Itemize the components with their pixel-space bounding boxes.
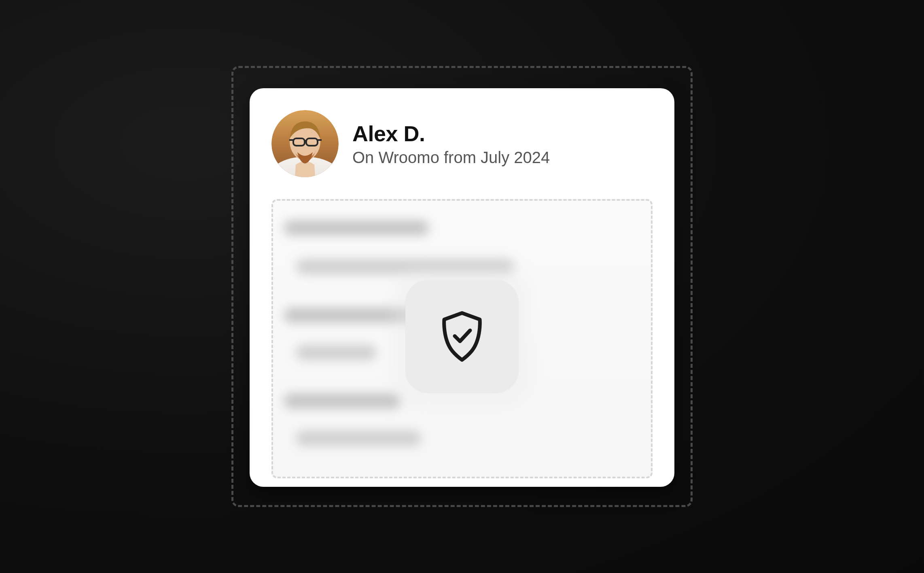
blurred-line	[296, 345, 377, 360]
blurred-line	[284, 220, 429, 236]
outer-dashed-frame: Alex D. On Wroomo from July 2024	[231, 66, 693, 507]
profile-text: Alex D. On Wroomo from July 2024	[352, 121, 550, 167]
profile-card: Alex D. On Wroomo from July 2024	[250, 88, 674, 487]
avatar	[271, 110, 339, 177]
shield-badge	[405, 280, 519, 393]
profile-subtitle: On Wroomo from July 2024	[352, 149, 550, 167]
protected-details-panel	[271, 199, 653, 478]
profile-header: Alex D. On Wroomo from July 2024	[271, 110, 653, 177]
blurred-line	[284, 393, 401, 409]
profile-name: Alex D.	[352, 121, 550, 146]
blurred-line	[296, 431, 421, 446]
shield-check-icon	[440, 310, 484, 362]
